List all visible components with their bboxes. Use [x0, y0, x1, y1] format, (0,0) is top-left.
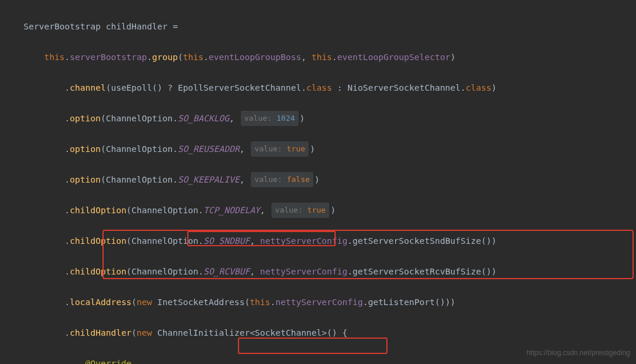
code-line: .option(ChannelOption.SO_KEEPALIVE, valu… — [0, 172, 636, 187]
inlay-hint: value: true — [271, 203, 329, 218]
watermark: https://blog.csdn.net/prestigeding — [526, 345, 630, 360]
inlay-hint: value: 1024 — [241, 111, 299, 126]
code-line: .option(ChannelOption.SO_REUSEADDR, valu… — [0, 141, 636, 157]
code-line: .localAddress(new InetSocketAddress(this… — [0, 294, 636, 310]
code-line: .childOption(ChannelOption.SO_SNDBUF, ne… — [0, 233, 636, 249]
code-line: .childOption(ChannelOption.TCP_NODELAY, … — [0, 203, 636, 218]
code-block: ServerBootstrap childHandler = this.serv… — [0, 0, 636, 364]
inlay-hint: value: true — [251, 141, 309, 157]
inlay-hint: value: false — [251, 172, 313, 187]
code-line: .channel(useEpoll() ? EpollServerSocketC… — [0, 80, 636, 95]
code-line: .childHandler(new ChannelInitializer<Soc… — [0, 325, 636, 340]
code-line: .option(ChannelOption.SO_BACKLOG, value:… — [0, 111, 636, 126]
code-line: .childOption(ChannelOption.SO_RCVBUF, ne… — [0, 264, 636, 279]
code-line: ServerBootstrap childHandler = — [0, 19, 636, 34]
code-line: this.serverBootstrap.group(this.eventLoo… — [0, 49, 636, 65]
